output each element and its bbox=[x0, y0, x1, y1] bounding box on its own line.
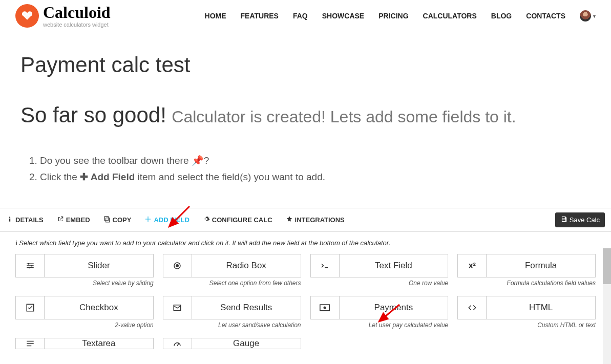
toolbar-embed[interactable]: EMBED bbox=[57, 210, 90, 229]
field-html-desc: Custom HTML or text bbox=[457, 322, 596, 329]
checkbox-icon bbox=[16, 296, 45, 319]
plus-icon bbox=[144, 216, 152, 224]
step-2: Click the ✚ Add Field item and select th… bbox=[40, 169, 596, 185]
nav-contacts[interactable]: CONTACTS bbox=[526, 12, 565, 20]
save-button[interactable]: Save Calc bbox=[555, 212, 605, 227]
envelope-icon bbox=[163, 296, 192, 319]
user-menu[interactable]: ▾ bbox=[580, 10, 596, 22]
save-icon bbox=[560, 216, 567, 224]
field-checkbox[interactable]: Checkbox bbox=[15, 296, 154, 319]
svg-point-6 bbox=[28, 263, 29, 265]
svg-line-15 bbox=[177, 344, 179, 346]
toolbar-details[interactable]: DETAILS bbox=[6, 210, 44, 229]
gauge-icon bbox=[163, 338, 192, 349]
terminal-icon bbox=[311, 254, 340, 277]
svg-point-10 bbox=[176, 264, 179, 267]
pin-icon: 📌 bbox=[192, 153, 204, 168]
nav-home[interactable]: HOME bbox=[205, 12, 226, 20]
field-text-desc: One row value bbox=[310, 280, 449, 287]
header: Calculoid website calculators widget HOM… bbox=[0, 0, 611, 32]
steps-list: Do you see the toolbar down there 📌? Cli… bbox=[20, 153, 596, 185]
page-title: Payment calc test bbox=[20, 53, 596, 77]
toolbar-configure[interactable]: CONFIGURE CALC bbox=[203, 210, 272, 229]
field-send[interactable]: Send Results bbox=[163, 296, 301, 319]
main-content: Payment calc test So far so good! Calcul… bbox=[0, 32, 611, 197]
field-radio[interactable]: Radio Box bbox=[163, 254, 301, 277]
svg-rect-3 bbox=[9, 219, 10, 222]
nav-blog[interactable]: BLOG bbox=[491, 12, 512, 20]
code-icon bbox=[458, 296, 487, 319]
radio-icon bbox=[163, 254, 192, 277]
field-text[interactable]: Text Field bbox=[310, 254, 449, 277]
help-text: i Select which field type you want to ad… bbox=[15, 239, 596, 247]
slider-icon bbox=[16, 254, 45, 277]
subtitle-light: Calculator is created! Lets add some fie… bbox=[172, 108, 516, 126]
field-slider-desc: Select value by sliding bbox=[15, 280, 154, 287]
textarea-icon bbox=[16, 338, 45, 349]
nav-showcase[interactable]: SHOWCASE bbox=[322, 12, 364, 20]
nav-calculators[interactable]: CALCULATORS bbox=[423, 12, 477, 20]
svg-rect-5 bbox=[104, 217, 108, 221]
plus-icon: ✚ bbox=[80, 172, 88, 182]
field-html[interactable]: HTML bbox=[457, 296, 596, 319]
field-radio-desc: Select one option from few others bbox=[163, 280, 301, 287]
gear-icon bbox=[203, 216, 210, 224]
info-icon bbox=[6, 216, 13, 224]
toolbar-copy[interactable]: COPY bbox=[103, 210, 132, 229]
formula-icon: x² bbox=[458, 254, 487, 277]
field-gauge[interactable]: Gauge bbox=[163, 338, 301, 349]
svg-point-2 bbox=[9, 217, 10, 218]
rocket-icon bbox=[286, 216, 293, 224]
field-formula-desc: Formula calculations field values bbox=[457, 280, 596, 287]
toolbar-add-field[interactable]: ADD FIELD bbox=[144, 210, 189, 229]
embed-icon bbox=[57, 216, 64, 224]
nav-features[interactable]: FEATURES bbox=[241, 12, 279, 20]
field-picker: i Select which field type you want to ad… bbox=[0, 232, 611, 349]
copy-icon bbox=[103, 216, 111, 224]
editor-toolbar: DETAILS EMBED COPY ADD FIELD CONFIGURE C… bbox=[0, 208, 611, 232]
svg-point-8 bbox=[29, 267, 30, 268]
main-nav: HOME FEATURES FAQ SHOWCASE PRICING CALCU… bbox=[205, 10, 596, 22]
money-icon bbox=[311, 296, 340, 319]
subtitle: So far so good! Calculator is created! L… bbox=[20, 103, 596, 127]
field-payments[interactable]: Payments bbox=[310, 296, 449, 319]
nav-faq[interactable]: FAQ bbox=[293, 12, 308, 20]
field-send-desc: Let user sand/save calculation bbox=[163, 322, 301, 329]
brand-name: Calculoid bbox=[43, 4, 111, 20]
logo[interactable]: Calculoid website calculators widget bbox=[15, 4, 111, 28]
svg-point-7 bbox=[31, 265, 32, 266]
avatar bbox=[580, 10, 591, 22]
chevron-down-icon: ▾ bbox=[593, 13, 596, 19]
subtitle-bold: So far so good! bbox=[20, 103, 166, 127]
toolbar-integrations[interactable]: INTEGRATIONS bbox=[286, 210, 345, 229]
nav-pricing[interactable]: PRICING bbox=[378, 12, 408, 20]
field-checkbox-desc: 2-value option bbox=[15, 322, 154, 329]
step-1: Do you see the toolbar down there 📌? bbox=[40, 153, 596, 168]
field-slider[interactable]: Slider bbox=[15, 254, 154, 277]
brand-tagline: website calculators widget bbox=[43, 22, 111, 28]
svg-rect-4 bbox=[106, 218, 109, 222]
field-formula[interactable]: x² Formula bbox=[457, 254, 596, 277]
field-payments-desc: Let user pay calculated value bbox=[310, 322, 449, 329]
logo-icon bbox=[15, 4, 39, 28]
svg-point-14 bbox=[324, 306, 326, 309]
field-textarea[interactable]: Textarea bbox=[15, 338, 154, 349]
